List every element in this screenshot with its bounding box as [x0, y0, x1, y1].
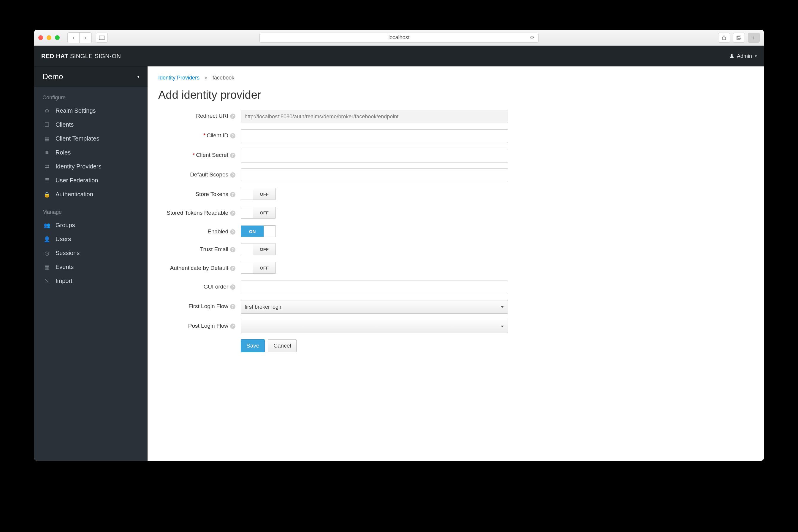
close-window-icon[interactable]	[38, 35, 43, 40]
gui-order-input[interactable]	[241, 281, 508, 294]
sidebar-item-user-federation[interactable]: ≣User Federation	[34, 173, 148, 187]
nav-back-forward: ‹ ›	[67, 32, 92, 43]
first-login-flow-label: First Login Flow	[188, 303, 228, 309]
user-icon	[730, 53, 734, 59]
sidebar-item-identity-providers[interactable]: ⇄Identity Providers	[34, 159, 148, 173]
authenticate-by-default-label: Authenticate by Default	[170, 265, 228, 271]
help-icon[interactable]: ?	[230, 172, 235, 178]
sidebar-item-label: Groups	[55, 222, 75, 229]
sidebar-item-users[interactable]: 👤Users	[34, 232, 148, 246]
sidebar-section-label: Configure	[34, 87, 148, 104]
redirect-uri-label: Redirect URI	[196, 113, 228, 119]
back-button[interactable]: ‹	[68, 33, 79, 43]
stored-tokens-readable-toggle[interactable]: OFF	[241, 207, 276, 218]
help-icon[interactable]: ?	[230, 324, 235, 329]
sidebar-item-realm-settings[interactable]: ⚙Realm Settings	[34, 104, 148, 118]
store-tokens-label: Store Tokens	[195, 191, 228, 197]
forward-button[interactable]: ›	[79, 33, 91, 43]
redirect-uri-input[interactable]	[241, 110, 508, 124]
svg-rect-3	[737, 37, 740, 39]
url-text: localhost	[388, 34, 410, 41]
clock-icon: ◷	[44, 250, 50, 256]
calendar-icon: ▦	[44, 264, 50, 270]
sidebar-item-authentication[interactable]: 🔒Authentication	[34, 187, 148, 201]
default-scopes-input[interactable]	[241, 168, 508, 182]
sidebar-section-label: Manage	[34, 201, 148, 218]
first-login-flow-select[interactable]: first broker login	[241, 300, 508, 314]
breadcrumb: Identity Providers » facebook	[158, 75, 753, 81]
sidebar-item-label: Sessions	[55, 250, 79, 256]
authenticate-by-default-toggle[interactable]: OFF	[241, 262, 276, 274]
help-icon[interactable]: ?	[230, 284, 235, 290]
app-header: RED HAT SINGLE SIGN-ON Admin ▾	[34, 46, 764, 66]
sidebar-item-label: Events	[55, 264, 74, 270]
browser-window: ‹ › localhost ⟳ ＋ RED HAT SINGLE SIGN-ON	[34, 30, 764, 461]
sidebar: Demo ▾ Configure⚙Realm Settings❐Clients▤…	[34, 66, 148, 461]
list-icon: ≡	[44, 150, 50, 156]
cubes-icon: ▤	[44, 135, 50, 142]
help-icon[interactable]: ?	[230, 266, 235, 271]
sidebar-item-label: Import	[55, 278, 72, 284]
help-icon[interactable]: ?	[230, 133, 235, 138]
sidebar-item-label: Identity Providers	[55, 163, 102, 170]
brand-logo: RED HAT SINGLE SIGN-ON	[41, 53, 121, 60]
main-content: Identity Providers » facebook Add identi…	[148, 66, 764, 461]
sidebar-item-label: Authentication	[55, 191, 93, 198]
enabled-toggle[interactable]: ON	[241, 225, 276, 237]
help-icon[interactable]: ?	[230, 153, 235, 158]
user-menu[interactable]: Admin ▾	[730, 53, 757, 59]
client-secret-label: Client Secret	[196, 152, 228, 158]
help-icon[interactable]: ?	[230, 114, 235, 119]
page-title: Add identity provider	[158, 89, 753, 101]
sliders-icon: ⚙	[44, 108, 50, 114]
sidebar-item-label: Clients	[55, 121, 74, 128]
sidebar-toggle-icon[interactable]	[96, 33, 108, 43]
user-icon: 👤	[44, 236, 50, 243]
sidebar-item-clients[interactable]: ❐Clients	[34, 118, 148, 132]
realm-name: Demo	[42, 72, 63, 81]
realm-selector[interactable]: Demo ▾	[34, 67, 148, 87]
cancel-button[interactable]: Cancel	[268, 339, 296, 352]
post-login-flow-select[interactable]	[241, 320, 508, 333]
help-icon[interactable]: ?	[230, 211, 235, 216]
gui-order-label: GUI order	[204, 284, 228, 290]
help-icon[interactable]: ?	[230, 229, 235, 234]
chevron-down-icon: ▾	[755, 54, 757, 58]
help-icon[interactable]: ?	[230, 192, 235, 197]
save-button[interactable]: Save	[241, 339, 265, 352]
sidebar-item-label: Client Templates	[55, 135, 99, 142]
minimize-window-icon[interactable]	[47, 35, 51, 40]
client-secret-input[interactable]	[241, 149, 508, 163]
breadcrumb-separator-icon: »	[204, 75, 207, 81]
trust-email-toggle[interactable]: OFF	[241, 243, 276, 255]
sidebar-item-label: User Federation	[55, 177, 98, 184]
client-id-label: Client ID	[206, 132, 228, 138]
sidebar-item-client-templates[interactable]: ▤Client Templates	[34, 132, 148, 146]
sidebar-item-sessions[interactable]: ◷Sessions	[34, 246, 148, 260]
svg-rect-4	[738, 36, 741, 39]
reload-icon[interactable]: ⟳	[530, 34, 535, 41]
share-icon[interactable]	[718, 33, 730, 43]
enabled-label: Enabled	[207, 228, 228, 234]
chevron-down-icon: ▾	[138, 75, 139, 79]
zoom-window-icon[interactable]	[55, 35, 60, 40]
exchange-icon: ⇄	[44, 164, 50, 170]
sidebar-item-events[interactable]: ▦Events	[34, 260, 148, 274]
cube-icon: ❐	[44, 121, 50, 128]
sidebar-item-roles[interactable]: ≡Roles	[34, 146, 148, 159]
sidebar-item-groups[interactable]: 👥Groups	[34, 218, 148, 232]
help-icon[interactable]: ?	[230, 304, 235, 309]
svg-rect-0	[99, 36, 105, 40]
url-bar[interactable]: localhost ⟳	[259, 33, 539, 43]
client-id-input[interactable]	[241, 129, 508, 143]
post-login-flow-label: Post Login Flow	[188, 323, 228, 329]
trust-email-label: Trust Email	[200, 246, 228, 252]
breadcrumb-link[interactable]: Identity Providers	[158, 75, 200, 81]
tabs-icon[interactable]	[733, 33, 745, 43]
default-scopes-label: Default Scopes	[190, 171, 228, 178]
new-tab-icon[interactable]: ＋	[748, 33, 760, 43]
help-icon[interactable]: ?	[230, 247, 235, 252]
svg-point-5	[731, 54, 733, 56]
store-tokens-toggle[interactable]: OFF	[241, 188, 276, 200]
sidebar-item-import[interactable]: ⇲Import	[34, 274, 148, 288]
